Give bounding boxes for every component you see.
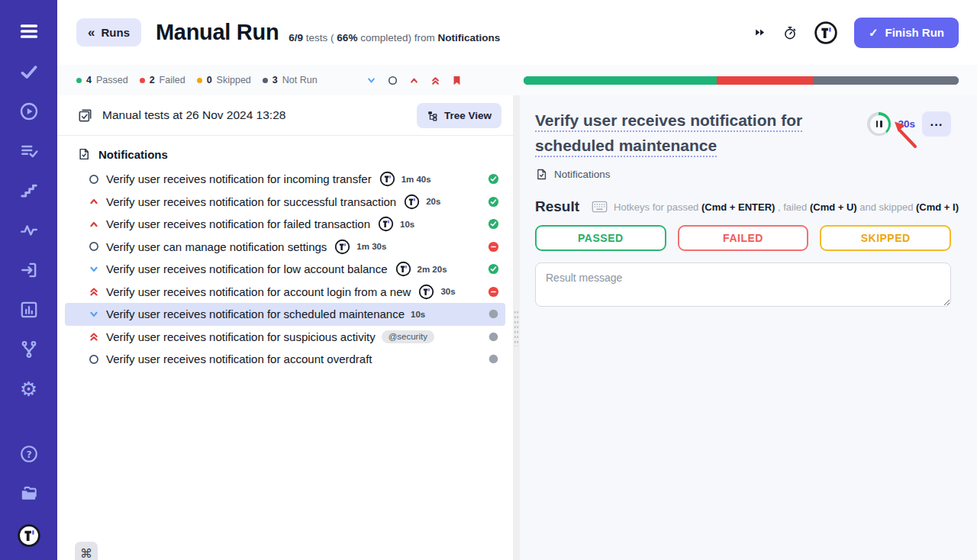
status-passed-icon [488,196,499,208]
sidebar: ⚙? [0,0,57,560]
tree-view-icon [427,110,438,121]
test-row[interactable]: Verify user receives notification for su… [65,191,505,214]
passed-button[interactable]: PASSED [535,225,666,251]
test-duration: 1m 40s [401,175,431,184]
test-title: Verify user can manage notification sett… [106,240,327,253]
more-options-button[interactable]: ... [922,111,951,137]
detail-suite-line[interactable]: Notifications [535,168,951,181]
import-icon[interactable] [19,260,39,280]
status-notrun-icon [488,331,499,343]
testomat-badge-icon [404,194,420,210]
test-list: Verify user receives notification for in… [57,166,513,371]
priority-normal-icon [88,240,100,253]
page-title: Manual Run [156,20,279,45]
runs-play-icon[interactable] [19,101,39,121]
steps-icon[interactable] [19,181,39,201]
stat-passed: 4Passed [76,75,128,85]
fast-forward-icon[interactable] [753,26,766,39]
suite-header[interactable]: Notifications [57,136,513,166]
pause-timer-button[interactable] [867,112,891,136]
double-chevron-left-icon: « [88,26,95,39]
testomat-badge-icon [378,216,394,232]
help-icon[interactable]: ? [19,444,39,464]
priority-high-icon[interactable] [408,75,420,86]
failed-button[interactable]: FAILED [678,225,809,251]
status-notrun-icon [488,308,499,320]
back-to-runs-button[interactable]: « Runs [76,18,141,47]
test-row[interactable]: Verify user receives notification for ac… [65,281,505,304]
status-dot-icon [76,78,82,83]
test-list-panel: Manual tests at 26 Nov 2024 13:28 Tree V… [57,95,513,560]
status-failed-icon [488,286,499,298]
svg-text:?: ? [26,449,31,460]
test-row[interactable]: Verify user receives notification for su… [65,326,505,349]
testomat-logo-icon[interactable] [814,21,838,45]
test-detail-title: Verify user receives notification for sc… [535,108,827,158]
header-actions: ✓ Finish Run [753,18,959,48]
test-duration: 10s [411,310,425,319]
progress-segment [524,76,717,85]
test-title: Verify user receives notification for lo… [106,262,388,275]
document-check-icon [77,147,91,161]
result-section-header: Result Hotkeys for passed (Cmd + ENTER) … [535,198,951,215]
testomat-badge-icon [379,171,395,187]
priority-normal-icon[interactable] [387,75,398,86]
pulse-activity-icon[interactable] [19,220,39,240]
priority-high-icon [88,218,100,230]
test-title: Verify user receives notification for fa… [106,217,370,230]
timer-controls: 20s ... [867,111,951,137]
test-row[interactable]: Verify user receives notification for fa… [65,213,505,236]
test-row[interactable]: Verify user receives notification for sc… [65,303,505,326]
suite-name: Notifications [98,148,168,161]
priority-critical-icon[interactable] [430,75,441,86]
priority-low-icon [88,263,100,275]
result-message-input[interactable] [535,262,951,307]
resize-handle[interactable] [514,310,519,346]
run-header: Manual tests at 26 Nov 2024 13:28 Tree V… [57,95,513,136]
projects-folders-icon[interactable] [19,484,39,504]
priority-low-icon[interactable] [366,75,377,86]
status-passed-icon [488,218,499,230]
cmd-key-badge[interactable]: ⌘ [75,542,98,560]
reports-chart-icon[interactable] [19,300,39,320]
branches-git-icon[interactable] [19,340,39,359]
test-row[interactable]: Verify user receives notification for lo… [65,258,505,281]
main-area: « Runs Manual Run 6/9 tests ( 66% comple… [57,0,977,560]
run-progress-subtitle: 6/9 tests ( 66% completed) from Notifica… [289,22,500,43]
test-title: Verify user receives notification for ac… [106,285,411,298]
tree-view-button[interactable]: Tree View [417,103,501,128]
test-duration: 30s [440,287,455,296]
stat-skipped: 0Skipped [197,75,251,85]
priority-critical-icon [88,330,100,343]
back-to-runs-label: Runs [101,26,130,39]
panel-divider [513,95,520,560]
stopwatch-icon[interactable] [782,25,798,40]
test-row[interactable]: Verify user can manage notification sett… [65,236,505,259]
finish-run-button[interactable]: ✓ Finish Run [854,18,959,48]
test-title: Verify user receives notification for ac… [106,352,372,365]
run-title: Manual tests at 26 Nov 2024 13:28 [102,108,285,122]
test-duration: 2m 20s [418,265,447,274]
stat-not-run: 3Not Run [263,75,318,85]
settings-gear-icon[interactable]: ⚙ [19,379,39,399]
status-passed-icon [488,173,499,185]
keyboard-icon [592,201,608,213]
detail-suite-name: Notifications [554,169,611,180]
priority-filters [366,75,463,86]
test-row[interactable]: Verify user receives notification for ac… [65,348,505,371]
test-duration: 10s [400,220,414,229]
test-row[interactable]: Verify user receives notification for in… [65,168,505,191]
plans-list-check-icon[interactable] [19,141,39,161]
finish-run-label: Finish Run [885,26,945,39]
bookmark-icon[interactable] [451,75,463,86]
testomat-badge-icon [418,284,434,300]
menu-icon[interactable] [18,21,40,42]
test-detail-panel: Verify user receives notification for sc… [520,95,977,560]
skipped-button[interactable]: SKIPPED [820,225,951,251]
testomat-logo-icon[interactable] [17,523,41,548]
tests-check-icon[interactable] [19,62,39,82]
verdict-buttons: PASSEDFAILEDSKIPPED [535,225,951,251]
test-title: Verify user receives notification for su… [106,330,376,343]
progress-segment [717,76,814,85]
stats-group: 4Passed2Failed0Skipped3Not Run [76,75,329,85]
